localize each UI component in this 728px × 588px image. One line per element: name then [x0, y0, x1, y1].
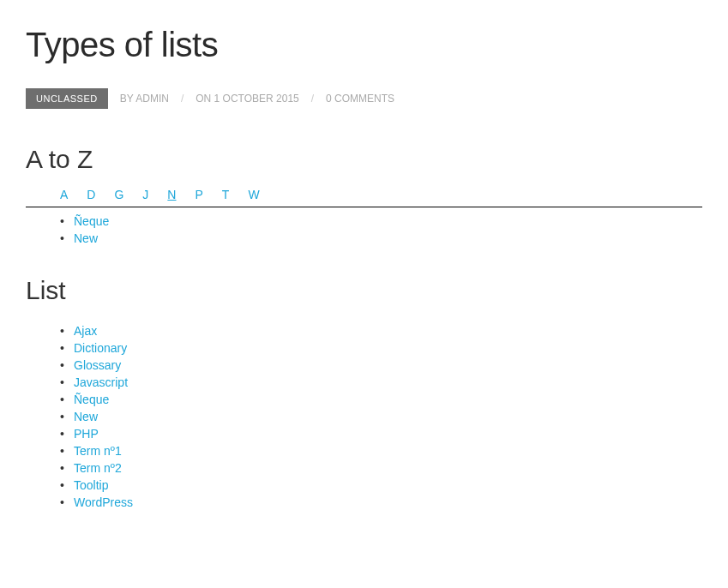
- term-link[interactable]: Term nº2: [74, 461, 122, 475]
- page-title: Types of lists: [26, 26, 702, 64]
- term-link[interactable]: Ajax: [74, 324, 97, 338]
- author-link[interactable]: ADMIN: [135, 93, 169, 105]
- meta-by: BY ADMIN: [120, 93, 169, 105]
- term-link[interactable]: PHP: [74, 427, 99, 441]
- atoz-heading: A to Z: [26, 145, 702, 174]
- term-link[interactable]: Dictionary: [74, 341, 127, 355]
- full-list: AjaxDictionaryGlossaryJavascriptÑequeNew…: [26, 317, 702, 511]
- meta-on-label: ON: [196, 93, 211, 105]
- list-item: New: [60, 230, 702, 247]
- list-item: WordPress: [60, 494, 702, 511]
- list-item: Ñeque: [60, 391, 702, 408]
- alpha-letter-p[interactable]: P: [195, 186, 202, 203]
- term-link[interactable]: Glossary: [74, 358, 121, 372]
- list-item: PHP: [60, 425, 702, 442]
- list-item: Ajax: [60, 322, 702, 339]
- alpha-letter-d[interactable]: D: [87, 186, 95, 203]
- term-link[interactable]: Tooltip: [74, 478, 108, 492]
- alpha-letter-g[interactable]: G: [114, 186, 123, 203]
- list-item: Glossary: [60, 357, 702, 374]
- alpha-letter-t[interactable]: T: [222, 186, 230, 203]
- term-link[interactable]: Ñeque: [74, 393, 109, 406]
- meta-separator: /: [181, 93, 184, 105]
- term-link[interactable]: Ñeque: [74, 214, 109, 228]
- list-item: Term nº1: [60, 442, 702, 459]
- alpha-nav: ADGJNPTW: [26, 186, 702, 207]
- list-item: Dictionary: [60, 339, 702, 357]
- term-link[interactable]: New: [74, 231, 98, 245]
- date-link[interactable]: 1 OCTOBER 2015: [214, 93, 299, 105]
- alpha-letter-j[interactable]: J: [142, 186, 148, 203]
- list-item: Javascript: [60, 374, 702, 391]
- list-heading: List: [26, 276, 702, 305]
- alpha-letter-w[interactable]: W: [248, 186, 259, 203]
- meta-bar: UNCLASSED BY ADMIN / ON 1 OCTOBER 2015 /…: [26, 88, 702, 109]
- category-badge[interactable]: UNCLASSED: [26, 88, 108, 109]
- alpha-letter-n[interactable]: N: [167, 186, 176, 203]
- comments-link[interactable]: 0 COMMENTS: [326, 93, 394, 105]
- meta-by-label: BY: [120, 93, 134, 105]
- meta-date: ON 1 OCTOBER 2015: [196, 93, 299, 105]
- term-link[interactable]: New: [74, 410, 98, 423]
- list-item: Ñeque: [60, 213, 702, 230]
- term-link[interactable]: Javascript: [74, 375, 128, 389]
- list-item: New: [60, 408, 702, 425]
- meta-separator: /: [311, 93, 314, 105]
- list-item: Term nº2: [60, 459, 702, 477]
- term-link[interactable]: WordPress: [74, 495, 133, 509]
- alpha-letter-a[interactable]: A: [60, 186, 68, 203]
- list-item: Tooltip: [60, 477, 702, 494]
- atoz-list: ÑequeNew: [26, 207, 702, 247]
- term-link[interactable]: Term nº1: [74, 444, 122, 458]
